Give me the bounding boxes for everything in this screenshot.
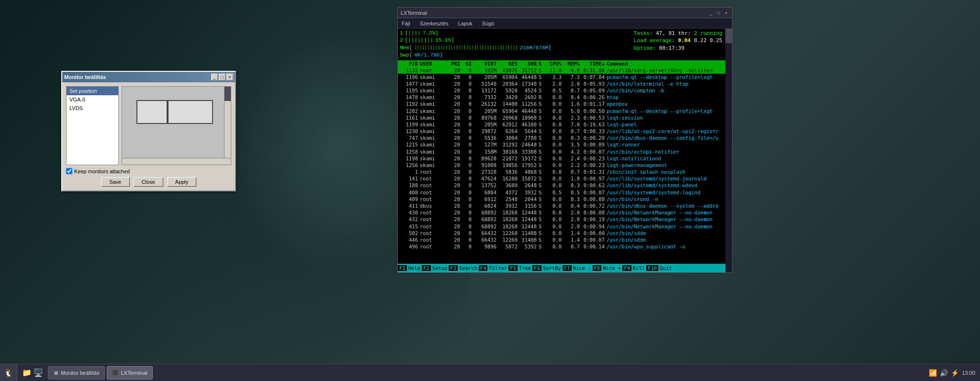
table-row[interactable]: 141 root 20 0 47624 16280 15872 S 0.0 1.… xyxy=(398,175,732,182)
footer-item[interactable]: F3 Search xyxy=(449,265,479,271)
stats-load: Load average: 0.04 0.22 0.25 xyxy=(634,37,722,44)
dialog-close-button[interactable]: × xyxy=(226,74,233,80)
terminal-title-buttons: _ □ × xyxy=(708,10,729,16)
table-row[interactable]: 1215 skami 20 0 127M 31292 24648 S 0.0 3… xyxy=(398,141,732,148)
table-row[interactable]: 411 dbus 20 0 6024 3932 3156 S 0.0 0.4 0… xyxy=(398,202,732,209)
taskbar-terminal-item[interactable]: ⬛ LXTerminal xyxy=(107,366,153,380)
tasks-running: 2 running xyxy=(694,30,722,36)
keep-attached-label: Keep monitors attached xyxy=(74,168,130,174)
footer-item[interactable]: F5 Tree xyxy=(508,265,532,271)
save-button[interactable]: Save xyxy=(101,177,130,187)
preview-scrollbar-v[interactable] xyxy=(224,87,231,165)
monitor-item-label: Monitor beállítás xyxy=(61,370,100,376)
col-header-pid: PID xyxy=(400,61,420,67)
col-header-ni: NI xyxy=(462,61,473,67)
load-val1: 0.04 xyxy=(678,37,691,44)
taskbar: 🐧 📁 🖥️ 🖥 Monitor beállítás ⬛ LXTerminal … xyxy=(0,364,980,381)
keep-attached-checkbox[interactable] xyxy=(66,168,72,174)
terminal-minimize-btn[interactable]: _ xyxy=(708,10,714,16)
tray-network-icon[interactable]: 📶 xyxy=(929,369,937,377)
sidebar-item-lvds[interactable]: LVDS xyxy=(67,104,118,112)
monitor-sidebar: Set position VGA-0 LVDS xyxy=(66,86,119,165)
table-row[interactable]: 747 skami 20 0 5536 3004 2788 S 0.0 0.3 … xyxy=(398,134,732,141)
preview-scrollbar-h[interactable] xyxy=(122,158,231,165)
table-row[interactable]: 446 root 20 0 66432 12260 11408 S 0.0 1.… xyxy=(398,236,732,243)
table-row[interactable]: 1478 skami 20 0 7332 3420 2692 R 0.0 0.4… xyxy=(398,94,732,101)
uptime-val: 00:17:39 xyxy=(659,45,685,51)
sidebar-item-vga0[interactable]: VGA-0 xyxy=(67,95,118,104)
monitor-preview-area xyxy=(122,86,231,165)
uptime-label: Uptime: xyxy=(634,45,656,51)
table-row[interactable]: 1199 skami 20 0 205M 62912 46100 S 0.0 7… xyxy=(398,121,732,128)
apply-button[interactable]: Apply xyxy=(167,177,197,187)
htop-footer: F1 Help F2 Setup F3 Search F4 Filter F5 … xyxy=(398,264,732,272)
close-button[interactable]: Close xyxy=(134,177,163,187)
taskbar-tray: 📶 🔊 ⚡ 13:00 xyxy=(924,369,980,377)
terminal-titlebar[interactable]: LXTerminal _ □ × xyxy=(398,8,732,18)
htop-process-table: 1132 root 20 0 102M 43076 31712 S 11.8 4… xyxy=(398,67,732,250)
monitor-box-primary[interactable] xyxy=(136,100,168,124)
table-row[interactable]: 1132 root 20 0 102M 43076 31712 S 11.8 4… xyxy=(398,67,732,74)
table-row[interactable]: 1198 skami 20 0 89628 21072 19172 S 0.0 … xyxy=(398,155,732,162)
footer-item[interactable]: F10 Quit xyxy=(646,265,673,271)
table-row[interactable]: 188 root 20 0 13752 3680 2648 S 0.0 0.3 … xyxy=(398,182,732,189)
start-icon: 🐧 xyxy=(4,368,13,377)
col-header-s: S xyxy=(539,61,545,67)
footer-item[interactable]: F6 SortBy xyxy=(532,265,563,271)
dialog-content: Set position VGA-0 LVDS xyxy=(62,82,235,190)
tray-power-icon[interactable]: ⚡ xyxy=(951,369,959,377)
tray-volume-icon[interactable]: 🔊 xyxy=(940,369,948,377)
table-row[interactable]: 415 root 20 0 68892 18268 12448 S 0.0 2.… xyxy=(398,223,732,230)
table-row[interactable]: 1477 skami 20 0 51540 20364 17340 S 2.0 … xyxy=(398,80,732,87)
taskbar-monitor-item[interactable]: 🖥 Monitor beállítás xyxy=(48,366,105,380)
table-row[interactable]: 1161 skami 20 0 89768 20968 18908 S 0.0 … xyxy=(398,114,732,121)
terminal-body[interactable]: 1 [|||| 7.2%] 2 [|||||||| 15.1%] Mem[ ||… xyxy=(398,29,732,272)
load-val3: 0.25 xyxy=(710,37,723,44)
dialog-titlebar[interactable]: Monitor beállítás _ □ × xyxy=(62,72,235,82)
table-row[interactable]: 1230 skami 20 0 29872 6264 5644 S 0.0 0.… xyxy=(398,128,732,134)
footer-item[interactable]: F2 Setup xyxy=(422,265,449,271)
col-header-user: USER xyxy=(420,61,449,67)
sidebar-item-set-position[interactable]: Set position xyxy=(67,87,118,95)
swp-value: 0K/1.78G] xyxy=(414,52,442,59)
footer-item[interactable]: F9 Kill xyxy=(622,265,646,271)
taskbar-terminal-icon[interactable]: 🖥️ xyxy=(34,368,43,377)
menu-item-lapok[interactable]: Lapok xyxy=(456,20,474,27)
load-val23: 0.22 xyxy=(694,37,707,44)
dialog-maximize-button[interactable]: □ xyxy=(219,74,225,80)
table-row[interactable]: 1192 skami 20 0 26132 14400 11256 S 0.0 … xyxy=(398,101,732,107)
table-row[interactable]: 1196 skami 20 0 205M 65904 46448 S 3.3 7… xyxy=(398,74,732,80)
htop-header: 1 [|||| 7.2%] 2 [|||||||| 15.1%] Mem[ ||… xyxy=(398,29,732,60)
menu-item-fajl[interactable]: Fájl xyxy=(400,20,412,27)
table-row[interactable]: 1256 skami 20 0 91008 19856 17952 S 0.0 … xyxy=(398,162,732,168)
table-row[interactable]: 432 root 20 0 68892 18268 12448 S 0.0 2.… xyxy=(398,216,732,223)
table-row[interactable]: 1 root 20 0 27328 5836 4868 S 0.0 0.7 0:… xyxy=(398,168,732,175)
terminal-close-btn[interactable]: × xyxy=(723,10,729,16)
table-row[interactable]: 430 root 20 0 68892 18268 12448 S 0.0 2.… xyxy=(398,209,732,216)
cpu1-num: 1 xyxy=(400,30,403,37)
tasks-count: 47, xyxy=(656,30,665,36)
taskbar-file-manager-icon[interactable]: 📁 xyxy=(22,368,32,377)
terminal-scrollbar[interactable] xyxy=(725,29,732,272)
table-row[interactable]: 1258 skami 20 0 158M 38168 33308 S 0.0 4… xyxy=(398,148,732,155)
terminal-maximize-btn[interactable]: □ xyxy=(716,10,721,16)
table-row[interactable]: 1195 skami 20 0 13172 5928 4524 S 0.5 0.… xyxy=(398,87,732,94)
menu-item-szerkesztes[interactable]: Szerkesztés xyxy=(418,20,451,27)
menu-item-sugo[interactable]: Súgó xyxy=(480,20,496,27)
footer-item[interactable]: F8 Nice + xyxy=(593,265,623,271)
scrollbar-thumb-v xyxy=(225,87,231,101)
cpu1-bar: [|||| xyxy=(405,30,421,37)
footer-item[interactable]: F7 Nice - xyxy=(563,265,593,271)
start-button[interactable]: 🐧 xyxy=(0,364,17,381)
dialog-minimize-button[interactable]: _ xyxy=(211,74,218,80)
table-row[interactable]: 1202 skami 20 0 205M 65904 46448 S 0.0 5… xyxy=(398,108,732,114)
table-row[interactable]: 408 root 20 0 6884 4372 3932 S 0.5 0.5 0… xyxy=(398,189,732,196)
table-row[interactable]: 502 root 20 0 66432 12260 11408 S 0.0 1.… xyxy=(398,230,732,236)
footer-item[interactable]: F4 Filter xyxy=(479,265,509,271)
table-row[interactable]: 496 root 20 0 9896 5872 5392 S 0.0 0.7 0… xyxy=(398,243,732,250)
footer-item[interactable]: F1 Help xyxy=(398,265,422,271)
col-header-res: RES xyxy=(498,61,519,67)
swp-label: Swp[ xyxy=(400,52,412,59)
table-row[interactable]: 409 root 20 0 6912 2548 2044 S 0.0 0.3 0… xyxy=(398,196,732,202)
monitor-box-secondary[interactable] xyxy=(168,100,213,124)
